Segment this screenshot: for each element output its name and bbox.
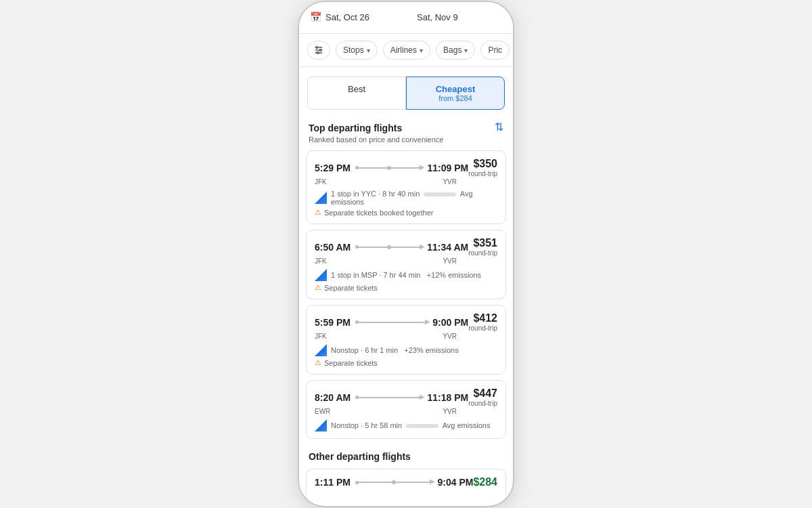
other-price: $284 [473,476,497,488]
airline-logo-3 [315,344,327,356]
flight-row-4: 8:20 AM 11:18 PM $447 round-trip [315,387,497,407]
flight-times-4: 8:20 AM 11:18 PM [315,392,468,403]
sort-tabs: Best Cheapest from $284 [299,67,513,115]
tab-best[interactable]: Best [307,77,406,110]
flight-card-3[interactable]: 5:59 PM 9:00 PM $412 round-trip JFK YVR … [306,305,506,375]
price-type-3: round-trip [468,324,497,332]
airports-2: JFK YVR [315,257,497,265]
airports-3: JFK YVR [315,333,497,340]
stops-info-3: Nonstop · 6 hr 1 min +23% emissions [331,346,459,354]
other-flight-times: 1:11 PM 9:04 PM [315,477,473,488]
stops-label: Stops [343,45,364,55]
airlines-chevron: ▾ [420,47,423,54]
other-flight-line [357,482,431,483]
flight-card-4[interactable]: 8:20 AM 11:18 PM $447 round-trip EWR YVR… [306,380,506,439]
depart-date: Sat, Oct 26 [325,12,369,22]
bags-filter[interactable]: Bags ▾ [436,41,475,60]
cheapest-tab-sub: from $284 [412,94,499,102]
flight-price-4: $447 round-trip [468,387,497,407]
price-2: $351 [468,237,497,249]
airports-1: JFK YVR [315,178,497,186]
flight-detail-1: 1 stop in YYC · 8 hr 40 min Avg emission… [315,190,497,206]
flight-price-3: $412 round-trip [468,312,497,332]
arrive-time-2: 11:34 AM [427,242,468,253]
other-section-header: Other departing flights [299,444,513,463]
phone-frame: 📅 Sat, Oct 26 Sat, Nov 9 Stops ▾ Airline… [298,1,514,507]
flight-times-3: 5:59 PM 9:00 PM [315,317,468,328]
flight-line-2 [357,247,420,248]
top-section-title: Top departing flights ⇅ [309,122,503,134]
flight-price-1: $350 round-trip [468,158,497,177]
emissions-bar-1 [424,192,456,196]
depart-airport-2: JFK [315,257,327,265]
stops-info-4: Nonstop · 5 hr 58 min Avg emissions [331,421,490,429]
bags-label: Bags [443,45,461,55]
flight-line-4 [357,397,420,398]
other-flight-card[interactable]: 1:11 PM 9:04 PM $284 [306,469,506,495]
flight-detail-2: 1 stop in MSP · 7 hr 44 min +12% emissio… [315,269,497,281]
price-type-1: round-trip [468,170,497,177]
warning-row-1: ⚠ Separate tickets booked together [315,208,497,217]
airline-logo-1 [315,192,327,204]
emissions-bar-4 [406,424,438,428]
flight-card-2[interactable]: 6:50 AM 11:34 AM $351 round-trip JFK YVR… [306,230,506,299]
flight-line-1 [357,167,421,169]
arrive-time-1: 11:09 PM [427,163,468,173]
airline-logo-2 [315,269,327,281]
calendar-icon: 📅 [310,12,321,22]
arrive-airport-3: YVR [443,333,457,340]
stop-dot-2 [387,245,391,249]
arrive-time-3: 9:00 PM [432,317,468,328]
flight-times-1: 5:29 PM 11:09 PM [315,163,468,173]
depart-time-1: 5:29 PM [315,163,351,173]
filter-icon-button[interactable] [307,41,330,60]
warning-text-3: Separate tickets [324,359,378,367]
stops-filter[interactable]: Stops ▾ [336,41,378,60]
depart-airport-4: EWR [315,408,330,415]
price-type-2: round-trip [468,249,497,257]
arrive-airport-4: YVR [443,408,457,415]
warning-text-2: Separate tickets [324,284,378,292]
flight-row-3: 5:59 PM 9:00 PM $412 round-trip [315,312,497,332]
flight-times-2: 6:50 AM 11:34 AM [315,242,468,253]
svg-point-4 [319,49,321,51]
price-4: $447 [468,387,497,400]
airports-4: EWR YVR [315,408,497,415]
price-3: $412 [468,312,497,324]
tab-cheapest[interactable]: Cheapest from $284 [406,77,505,110]
sliders-icon [313,45,324,56]
cheapest-tab-label: Cheapest [412,84,499,94]
warning-icon-1: ⚠ [315,208,321,217]
price-filter[interactable]: Pric [480,41,510,60]
stops-info-2: 1 stop in MSP · 7 hr 44 min +12% emissio… [331,271,481,279]
other-section-title: Other departing flights [309,451,503,462]
section-subtitle: Ranked based on price and convenience [309,135,503,144]
depart-time-4: 8:20 AM [315,392,351,403]
other-depart-time: 1:11 PM [315,477,351,488]
warning-row-3: ⚠ Separate tickets [315,358,497,367]
other-arrive-time: 9:04 PM [437,477,473,488]
airlines-label: Airlines [390,45,417,55]
flight-detail-3: Nonstop · 6 hr 1 min +23% emissions [315,344,497,356]
svg-point-5 [317,52,319,54]
warning-text-1: Separate tickets booked together [324,209,433,217]
date-tab-depart[interactable]: 📅 Sat, Oct 26 [299,2,406,33]
flight-row-2: 6:50 AM 11:34 AM $351 round-trip [315,237,497,257]
airline-logo-4 [315,419,327,431]
other-flight-price: $284 [473,476,497,488]
sort-icon[interactable]: ⇅ [495,121,503,133]
other-stop-dot [392,480,396,484]
stop-dot-1 [387,166,391,170]
filter-bar: Stops ▾ Airlines ▾ Bags ▾ Pric [299,34,513,67]
arrive-time-4: 11:18 PM [427,392,468,403]
warning-icon-2: ⚠ [315,283,321,292]
airlines-filter[interactable]: Airlines ▾ [383,41,430,60]
depart-time-3: 5:59 PM [315,317,351,328]
flight-detail-4: Nonstop · 5 hr 58 min Avg emissions [315,419,497,431]
best-tab-label: Best [313,84,400,94]
date-tab-return[interactable]: Sat, Nov 9 [406,2,513,33]
price-1: $350 [468,158,497,170]
flight-card-1[interactable]: 5:29 PM 11:09 PM $350 round-trip JFK YVR… [306,150,506,224]
price-type-4: round-trip [468,400,497,407]
depart-airport-3: JFK [315,333,327,340]
